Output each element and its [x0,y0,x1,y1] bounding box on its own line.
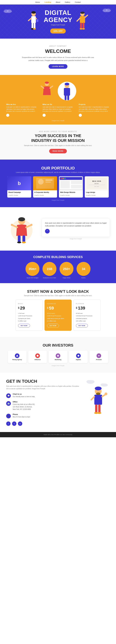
pricing-grid: BASIC $ 29 1 Full user 1,000 Email Proce… [6,300,110,331]
hero-content: DIGITAL AGENCY Images from Freepik 15% O… [6,9,110,34]
social-twitter[interactable]: 𝕏 [12,422,16,426]
stat-value-0: 35m+ [28,267,36,271]
svg-rect-78 [94,395,102,405]
svg-point-19 [33,28,36,30]
stat-value-3: 34 [82,267,85,271]
services-figure-woman [40,81,54,100]
investor-name-2: Marketing [55,359,61,360]
plan-buy-0[interactable]: BUY NOW [18,324,30,328]
stat-circle-1: 15B [42,262,56,276]
svg-line-79 [91,397,94,400]
svg-point-10 [31,11,36,14]
portfolio-info-2: Web Design Website Graphic Design [59,190,83,198]
pricing-section: START NOW & DON'T LOOK BACK Sample text.… [0,283,116,337]
portfolio-item-1[interactable]: A Corporate Identity Graphic Design [33,176,57,198]
svg-point-68 [57,355,59,356]
chat-icon: 💬 [6,394,11,398]
service-arrow-2[interactable]: → [79,114,82,117]
nav-landing[interactable]: Landing [45,1,51,3]
stat-circle-3: 34 [77,262,91,276]
svg-point-77 [95,386,102,390]
svg-rect-49 [71,185,82,188]
stat-item-3: 34 Awards. [77,262,91,278]
phone-icon: 📞 [6,414,11,418]
svg-rect-83 [98,404,101,413]
social-facebook[interactable]: f [6,422,10,426]
plan-label-0: BASIC [18,303,40,304]
portfolio-credit: Images from Freepik [6,200,110,201]
portfolio-image-0: b [7,176,31,190]
contact-subtitle: Duis aute irure dolor in reprehenderit i… [6,385,80,390]
investor-icon-4 [97,354,101,358]
portfolio-info-3: Logo design Graphic Design [85,190,109,198]
svg-line-23 [77,18,80,21]
portfolio-item-3[interactable]: BEAU JOUR BISTRO EST. 2024 Logo design G… [85,176,109,198]
svg-rect-26 [83,23,85,29]
svg-rect-63 [22,236,25,242]
investor-2: Marketing [49,350,67,363]
contact-inner: GET IN TOUCH Duis aute irure dolor in re… [6,379,110,426]
footer-text: Made with a lot of ♥ within our Dev Comm… [2,434,114,436]
investor-name-0: Rising Agency [12,359,22,360]
investor-name-3: Digitals [76,359,81,360]
stats-section: COMPLETE BUILDING SERVICES 35m+ Square f… [0,250,116,283]
svg-point-64 [17,242,21,243]
svg-rect-62 [18,236,20,242]
portfolio-item-2[interactable]: Web Design Website Graphic Design [59,176,83,198]
social-linkedin[interactable]: in [18,422,22,426]
plan-price-0: $ 29 [18,306,40,310]
portfolio-title: OUR PORTFOLIO [6,166,110,170]
svg-point-46 [64,178,66,179]
portfolio-image-2 [59,176,83,190]
testimonial-box: Duis aute irure dolor in reprehenderit i… [42,218,110,237]
success-read-more-button[interactable]: READ MORE [49,149,67,153]
svg-text:EST. 2024: EST. 2024 [95,186,99,187]
service-body-1: Duis aute irure dolor in reprehenderit i… [42,106,74,112]
stat-value-1: 15B [47,267,52,271]
svg-point-65 [22,242,26,243]
svg-point-44 [61,178,62,179]
plan-buy-2[interactable]: BUY NOW [76,324,88,328]
nav-contact[interactable]: Contact [75,1,81,3]
service-card-0: Who we Are Duis aute irure dolor in repr… [6,104,37,117]
nav-home[interactable]: Home [35,1,40,3]
contact-item-chat: 💬 Chart to us Our friendly team is here … [6,393,80,398]
investor-name-4: Promote [96,359,102,360]
service-card-2: Projects Duis aute irure dolor in repreh… [79,104,110,117]
portfolio-name-3: Logo design [86,192,108,193]
testimonial-credit: Image from Freepik [42,238,110,240]
contact-phone-body: Mon-Fri from 8am to 5am [13,416,30,418]
hero-badge[interactable]: 15% OFF [50,28,66,34]
svg-point-28 [82,28,85,30]
nav-about[interactable]: About [56,1,60,3]
svg-rect-36 [65,95,67,100]
svg-point-60 [11,224,13,226]
portfolio-image-3: BEAU JOUR BISTRO EST. 2024 [85,176,109,190]
contact-office-title: Office [13,401,35,403]
svg-line-24 [85,15,88,17]
stat-item-0: 35m+ Square feet managed [25,262,39,278]
svg-point-85 [97,412,101,414]
plan-buy-1[interactable]: BUY NOW [47,324,59,328]
portfolio-name-0: Brand Campaign [8,192,30,193]
svg-rect-48 [71,181,82,184]
pricing-title: START NOW & DON'T LOOK BACK [6,289,110,294]
investors-credit: Images from Freepik [6,365,110,366]
portfolio-item-0[interactable]: b Brand Campaign Graphic Design [7,176,31,198]
testimonial-figure [6,213,37,244]
stat-label-2: Happy Clients [60,277,73,278]
about-learn-more-button[interactable]: LEARN MORE [49,64,67,69]
hero-title: DIGITAL AGENCY [44,9,72,24]
nav-gallery[interactable]: Gallery [65,1,70,3]
about-section: about company WELCOME Suspendisse sed ni… [0,38,116,75]
about-sub: about company [21,45,95,48]
portfolio-name-2: Web Design Website [60,192,82,193]
service-title-2: Projects [79,104,110,105]
service-arrow-0[interactable]: → [6,114,9,117]
testimonial-text: Duis aute irure dolor in reprehenderit i… [45,222,107,227]
svg-rect-17 [34,23,35,29]
stat-label-3: Awards. [77,277,91,278]
svg-rect-40 [45,180,52,181]
portfolio-category-2: Graphic Design [60,194,70,196]
service-arrow-1[interactable]: → [42,114,46,117]
